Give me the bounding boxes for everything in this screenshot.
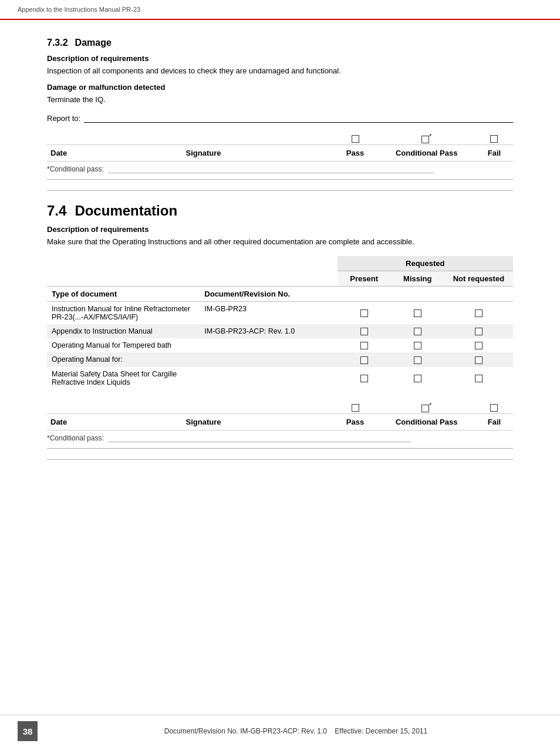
cond-cb-74[interactable] [421,405,429,412]
col-notreq-header: Not requested [444,271,513,286]
present-cb[interactable] [360,342,368,349]
present-cb[interactable] [360,309,368,317]
header-row-74: Date Signature Pass Conditional Pass Fai… [47,413,513,430]
page-number: 38 [18,721,38,741]
notreq-cb[interactable] [475,375,483,382]
checkbox-row-74: * [47,398,513,414]
present-cb[interactable] [360,375,368,382]
sig-col-74: Signature [183,413,333,430]
cond-pass-checkbox-74[interactable]: * [377,398,475,414]
cond-pass-checkbox-732[interactable]: * [377,129,475,145]
col-missing-header: Missing [391,271,444,286]
doc-rev-label: Document/Revision No. [200,286,337,301]
col-type-empty [47,256,200,287]
notreq-cb-cell[interactable] [444,352,513,366]
footer-doc-info: Document/Revision No. IM-GB-PR23-ACP: Re… [49,727,542,735]
doc-rev-cell: IM-GB-PR23-ACP: Rev. 1.0 [200,324,337,338]
notreq-cb-cell[interactable] [444,324,513,338]
cond-cb-star-732[interactable]: * [421,133,431,143]
cond-cb-732[interactable] [421,136,429,143]
section-732-title: Damage [75,38,112,48]
report-to-line [84,113,513,123]
fail-checkbox-732[interactable] [475,129,513,145]
notreq-cb-cell[interactable] [444,301,513,324]
section-74: 7.4Documentation Description of requirem… [47,203,513,460]
sig-table-74-wrapper: * Date Signature Pass Conditional Pass F… [47,398,513,430]
pass-cb-74[interactable] [352,404,359,412]
conditional-note-732: *Conditional pass: [47,165,513,173]
doc-rev-cell: IM-GB-PR23 [200,301,337,324]
missing-cb-cell[interactable] [391,352,444,366]
notreq-label [444,286,513,301]
notreq-cb[interactable] [475,342,483,349]
sig-col-732: Signature [183,145,333,161]
date-empty-732 [47,129,183,145]
doc-table-row: Operating Manual for: [47,352,513,366]
col-doc-empty [200,256,337,287]
missing-cb-cell[interactable] [391,367,444,389]
section-74-heading: 7.4Documentation [47,203,513,219]
cond-pass-col-732: Conditional Pass [377,145,475,161]
sig-table-74: * Date Signature Pass Conditional Pass F… [47,398,513,430]
page-header: Appendix to the Instructions Manual PR-2… [0,0,560,20]
type-label: Type of document [47,286,200,301]
req-text-74: Make sure that the Operating Instruction… [47,236,513,248]
pass-cb-732[interactable] [352,135,359,143]
doc-rev-cell [200,338,337,352]
divider-1 [47,179,513,180]
doc-type-cell: Material Safety Data Sheet for Cargille … [47,367,200,389]
fail-col-74: Fail [475,413,513,430]
missing-cb-cell[interactable] [391,338,444,352]
notreq-cb[interactable] [475,309,483,317]
doc-rev-cell [200,352,337,366]
doc-table: Requested Present Missing Not requested … [47,256,513,389]
notreq-cb-cell[interactable] [444,338,513,352]
fail-col-732: Fail [475,145,513,161]
pass-checkbox-732[interactable] [333,129,378,145]
present-cb-cell[interactable] [338,338,391,352]
missing-cb[interactable] [414,356,421,364]
sig-table-732-wrapper: * Date Signature Pass Conditional Pass F… [47,129,513,161]
fail-cb-74[interactable] [490,404,498,412]
fail-cb-732[interactable] [490,135,498,143]
report-to-label: Report to: [47,114,80,123]
doc-type-cell: Appendix to Instruction Manual [47,324,200,338]
pass-col-732: Pass [333,145,378,161]
doc-table-row: Instruction Manual for Inline Refractome… [47,301,513,324]
doc-table-wrapper: Requested Present Missing Not requested … [47,256,513,389]
present-cb-cell[interactable] [338,367,391,389]
notreq-cb[interactable] [475,356,483,364]
divider-3 [47,448,513,449]
notreq-cb-cell[interactable] [444,367,513,389]
doc-table-body: Instruction Manual for Inline Refractome… [47,301,513,389]
conditional-note-74: *Conditional pass: [47,434,513,442]
pass-checkbox-74[interactable] [333,398,378,414]
doc-table-row: Appendix to Instruction ManualIM-GB-PR23… [47,324,513,338]
missing-cb-cell[interactable] [391,324,444,338]
main-content: 7.3.2Damage Description of requirements … [0,20,560,477]
page-footer: 38 Document/Revision No. IM-GB-PR23-ACP:… [0,715,560,747]
present-cb-cell[interactable] [338,324,391,338]
present-cb[interactable] [360,356,368,364]
present-cb-cell[interactable] [338,301,391,324]
cond-cb-star-74[interactable]: * [421,402,431,412]
section-732: 7.3.2Damage Description of requirements … [47,38,513,191]
missing-cb[interactable] [414,342,421,349]
missing-cb[interactable] [414,328,421,335]
req-label-732: Description of requirements [47,54,513,63]
damage-label: Damage or malfunction detected [47,83,513,92]
cond-pass-col-74: Conditional Pass [377,413,475,430]
section-74-number: 7.4 [47,203,66,218]
notreq-cb[interactable] [475,328,483,335]
missing-cb[interactable] [414,309,421,317]
date-col-732: Date [47,145,183,161]
header-title: Appendix to the Instructions Manual PR-2… [18,6,140,13]
header-row-732: Date Signature Pass Conditional Pass Fai… [47,145,513,161]
fail-checkbox-74[interactable] [475,398,513,414]
doc-table-row: Operating Manual for Tempered bath [47,338,513,352]
req-text-732: Inspection of all components and devices… [47,65,513,77]
present-cb-cell[interactable] [338,352,391,366]
missing-cb[interactable] [414,375,421,382]
present-cb[interactable] [360,328,368,335]
missing-cb-cell[interactable] [391,301,444,324]
